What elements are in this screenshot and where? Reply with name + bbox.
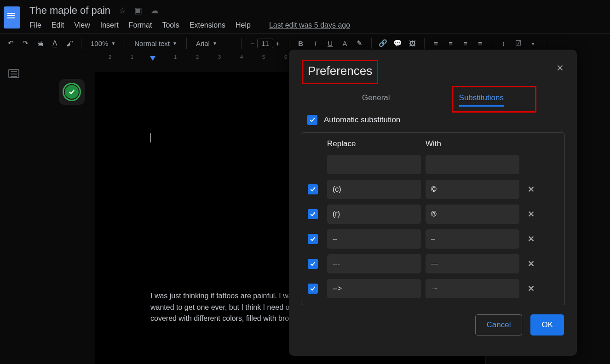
line-spacing-icon[interactable]: ↕ xyxy=(499,40,509,47)
outline-icon[interactable] xyxy=(8,69,19,78)
font-size-increase[interactable]: + xyxy=(273,40,282,47)
star-icon[interactable]: ☆ xyxy=(119,6,126,16)
with-input[interactable] xyxy=(426,254,519,273)
underline-icon[interactable]: U xyxy=(325,40,335,47)
font-size-control[interactable]: − 11 + xyxy=(248,39,282,48)
paint-format-icon[interactable]: 🖌 xyxy=(64,40,75,47)
row-checkbox[interactable] xyxy=(308,259,318,269)
row-checkbox[interactable] xyxy=(308,184,318,194)
close-icon[interactable]: ✕ xyxy=(556,63,564,74)
align-justify-icon[interactable]: ≡ xyxy=(475,40,485,47)
align-right-icon[interactable]: ≡ xyxy=(460,40,471,47)
auto-substitution-checkbox[interactable] xyxy=(307,115,317,125)
replace-input[interactable] xyxy=(327,229,421,249)
tab-substitutions[interactable]: Substitutions xyxy=(459,93,504,107)
table-row: ✕ xyxy=(308,177,558,202)
menu-view[interactable]: View xyxy=(74,21,90,29)
table-row: ✕ xyxy=(308,251,558,276)
replace-input-new[interactable] xyxy=(327,155,421,174)
move-icon[interactable]: ▣ xyxy=(134,6,142,16)
menu-extensions[interactable]: Extensions xyxy=(190,21,225,29)
delete-row-icon[interactable]: ✕ xyxy=(524,209,538,219)
preferences-dialog: Preferences ✕ General Substitutions Auto… xyxy=(289,50,577,356)
menu-edit[interactable]: Edit xyxy=(52,21,64,29)
font-size-decrease[interactable]: − xyxy=(248,40,257,47)
undo-icon[interactable]: ↶ xyxy=(6,39,16,47)
text-color-icon[interactable]: A xyxy=(340,40,350,47)
spellcheck-icon[interactable]: A̲ xyxy=(50,39,60,47)
suggestion-check-badge[interactable] xyxy=(59,79,85,105)
auto-substitution-label: Automatic substitution xyxy=(324,115,400,125)
checkmark-icon xyxy=(64,84,80,100)
tab-general[interactable]: General xyxy=(362,93,390,107)
zoom-select[interactable]: 100%▼ xyxy=(88,40,118,47)
table-row: ✕ xyxy=(308,202,558,227)
font-size-value[interactable]: 11 xyxy=(257,39,273,48)
align-left-icon[interactable]: ≡ xyxy=(431,40,441,47)
menu-insert[interactable]: Insert xyxy=(100,21,119,29)
image-icon[interactable]: 🖼 xyxy=(408,40,418,47)
bold-icon[interactable]: B xyxy=(296,40,306,47)
font-select[interactable]: Arial▼ xyxy=(193,40,235,47)
table-row-new xyxy=(308,152,558,177)
replace-input[interactable] xyxy=(327,279,421,298)
replace-input[interactable] xyxy=(327,205,421,224)
link-icon[interactable]: 🔗 xyxy=(378,39,388,47)
table-row: ✕ xyxy=(308,276,558,301)
row-checkbox[interactable] xyxy=(308,209,318,219)
style-select[interactable]: Normal text▼ xyxy=(132,40,180,47)
menu-format[interactable]: Format xyxy=(129,21,152,29)
cancel-button[interactable]: Cancel xyxy=(475,314,523,336)
with-input[interactable] xyxy=(426,180,519,199)
italic-icon[interactable]: I xyxy=(311,40,321,47)
table-row: ✕ xyxy=(308,227,558,251)
print-icon[interactable]: 🖶 xyxy=(35,40,45,47)
bullet-list-icon[interactable]: • xyxy=(528,40,538,47)
with-input[interactable] xyxy=(426,279,519,298)
delete-row-icon[interactable]: ✕ xyxy=(524,284,538,294)
dialog-title: Preferences xyxy=(308,64,372,78)
with-input[interactable] xyxy=(426,205,519,224)
highlight-icon[interactable]: ✎ xyxy=(355,39,365,47)
redo-icon[interactable]: ↷ xyxy=(20,39,30,47)
document-title[interactable]: The maple of pain xyxy=(29,5,110,17)
menu-tools[interactable]: Tools xyxy=(162,21,179,29)
comment-icon[interactable]: 💬 xyxy=(393,39,403,47)
replace-input[interactable] xyxy=(327,180,421,199)
cloud-icon[interactable]: ☁ xyxy=(150,6,159,16)
indent-marker[interactable] xyxy=(150,56,155,61)
row-checkbox[interactable] xyxy=(308,284,318,294)
replace-input[interactable] xyxy=(327,254,421,273)
col-with: With xyxy=(426,139,519,148)
last-edit-link[interactable]: Last edit was 5 days ago xyxy=(269,21,350,29)
delete-row-icon[interactable]: ✕ xyxy=(524,184,538,194)
delete-row-icon[interactable]: ✕ xyxy=(524,234,538,244)
ok-button[interactable]: OK xyxy=(530,314,564,336)
checklist-icon[interactable]: ☑ xyxy=(513,39,524,47)
col-replace: Replace xyxy=(327,139,421,148)
delete-row-icon[interactable]: ✕ xyxy=(524,259,538,269)
text-cursor xyxy=(150,133,151,142)
with-input-new[interactable] xyxy=(426,155,519,174)
align-center-icon[interactable]: ≡ xyxy=(446,40,456,47)
menu-file[interactable]: File xyxy=(29,21,41,29)
with-input[interactable] xyxy=(426,229,519,249)
docs-logo[interactable] xyxy=(4,6,20,28)
row-checkbox[interactable] xyxy=(308,234,318,244)
menu-help[interactable]: Help xyxy=(236,21,251,29)
